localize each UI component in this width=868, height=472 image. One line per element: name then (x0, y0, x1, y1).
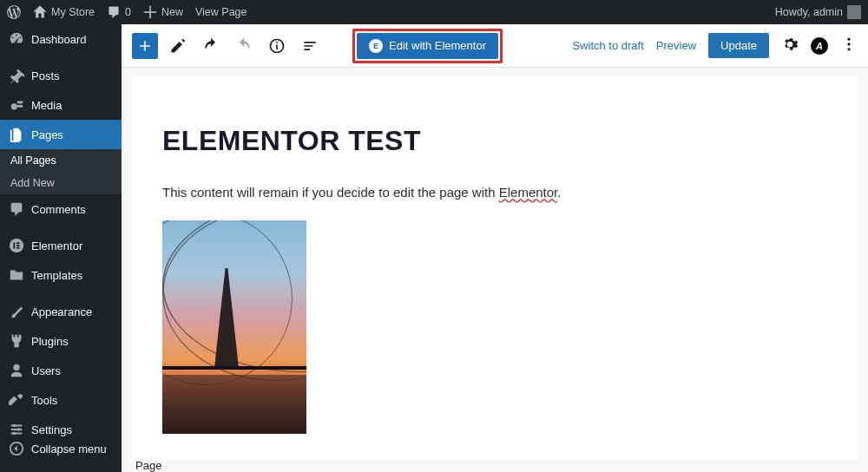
comment-icon (9, 201, 24, 217)
editor-toolbar: E Edit with Elementor Switch to draft Pr… (122, 24, 868, 68)
user-icon (9, 363, 24, 378)
folder-icon (9, 267, 24, 283)
svg-rect-4 (16, 245, 20, 246)
sidebar-item-plugins[interactable]: Plugins (0, 326, 122, 356)
editor-main: E Edit with Elementor Switch to draft Pr… (122, 24, 868, 472)
collapse-menu-button[interactable]: Collapse menu (0, 434, 122, 463)
more-options-button[interactable] (840, 36, 858, 56)
switch-to-draft-button[interactable]: Switch to draft (572, 39, 643, 52)
sidebar-item-label: Templates (31, 269, 82, 282)
brush-icon (9, 304, 24, 319)
sidebar-item-posts[interactable]: Posts (0, 61, 122, 90)
view-page-link[interactable]: View Page (195, 6, 247, 18)
info-button[interactable] (264, 33, 290, 59)
page-paragraph[interactable]: This content will remain if you decide t… (162, 185, 806, 200)
sidebar-item-tools[interactable]: Tools (0, 385, 122, 415)
pencil-icon (169, 37, 187, 55)
howdy-link[interactable]: Howdy, admin (775, 5, 861, 19)
editor-canvas[interactable]: ELEMENTOR TEST This content will remain … (132, 76, 858, 460)
undo-icon (202, 37, 220, 55)
redo-icon (235, 37, 253, 55)
outline-button[interactable] (297, 33, 323, 59)
astra-button[interactable]: A (811, 37, 828, 55)
more-vertical-icon (840, 36, 858, 53)
wp-admin-bar: My Store 0 New View Page Howdy, admin (0, 0, 868, 24)
svg-point-14 (847, 38, 850, 41)
edit-with-elementor-button[interactable]: E Edit with Elementor (357, 33, 498, 59)
elementor-circle-icon: E (369, 39, 383, 53)
svg-point-0 (11, 103, 17, 109)
sidebar-item-label: Users (31, 364, 61, 377)
wp-logo[interactable] (7, 5, 21, 19)
new-label: New (161, 6, 183, 18)
sidebar-item-pages[interactable]: Pages (0, 120, 122, 149)
sidebar-item-label: Plugins (31, 335, 69, 348)
new-content-link[interactable]: New (143, 5, 183, 19)
plus-icon (143, 5, 157, 19)
info-icon (268, 37, 286, 55)
svg-point-8 (17, 428, 21, 431)
sidebar-item-appearance[interactable]: Appearance (0, 297, 122, 326)
elementor-button-label: Edit with Elementor (389, 39, 486, 52)
howdy-label: Howdy, admin (775, 6, 843, 18)
adminbar-right: Howdy, admin (775, 5, 861, 19)
sidebar-item-label: Appearance (31, 305, 92, 318)
pages-icon (9, 127, 24, 142)
template-label: Page (132, 454, 165, 472)
undo-button[interactable] (198, 33, 224, 59)
dashboard-icon (9, 31, 24, 47)
home-icon (33, 5, 47, 19)
elementor-icon (9, 238, 24, 253)
sidebar-item-templates[interactable]: Templates (0, 260, 122, 290)
list-icon (301, 37, 319, 55)
redo-button[interactable] (231, 33, 257, 59)
paragraph-text-before: This content will remain if you decide t… (162, 185, 499, 200)
media-icon (9, 97, 24, 113)
wrench-icon (9, 392, 24, 408)
sidebar-item-dashboard[interactable]: Dashboard (0, 24, 122, 54)
site-name-link[interactable]: My Store (33, 5, 95, 19)
pages-submenu: All Pages Add New (0, 149, 122, 194)
svg-point-7 (13, 424, 16, 428)
svg-rect-5 (16, 247, 20, 249)
sidebar-item-comments[interactable]: Comments (0, 194, 122, 224)
preview-button[interactable]: Preview (656, 39, 696, 52)
admin-sidebar: Dashboard Posts Media Pages All Pages Ad… (0, 24, 122, 472)
sidebar-item-label: Posts (31, 69, 60, 82)
paragraph-link-text: Elementor (499, 185, 558, 200)
astra-icon: A (811, 37, 828, 55)
comments-link[interactable]: 0 (107, 5, 131, 19)
svg-point-6 (13, 364, 19, 370)
sidebar-item-media[interactable]: Media (0, 90, 122, 120)
sidebar-item-label: Comments (31, 203, 86, 216)
adminbar-left: My Store 0 New View Page (7, 5, 247, 19)
plus-icon (136, 37, 154, 55)
elementor-button-highlight: E Edit with Elementor (352, 29, 503, 63)
view-page-label: View Page (195, 6, 247, 18)
comments-count: 0 (125, 6, 131, 18)
svg-point-15 (847, 43, 850, 45)
pin-icon (9, 68, 24, 83)
edit-mode-button[interactable] (165, 33, 191, 59)
collapse-icon (9, 441, 24, 456)
sidebar-item-label: Collapse menu (31, 442, 107, 456)
svg-rect-13 (276, 42, 278, 43)
site-name-label: My Store (51, 6, 95, 18)
sidebar-item-users[interactable]: Users (0, 356, 122, 385)
svg-rect-3 (16, 242, 20, 244)
user-avatar-icon (847, 5, 861, 19)
add-block-button[interactable] (132, 33, 158, 59)
comment-icon (107, 5, 121, 19)
sidebar-subitem-all-pages[interactable]: All Pages (0, 149, 122, 172)
sidebar-item-elementor[interactable]: Elementor (0, 231, 122, 260)
update-button[interactable]: Update (708, 33, 769, 58)
svg-rect-2 (13, 242, 15, 248)
sidebar-subitem-add-new[interactable]: Add New (0, 172, 122, 194)
sidebar-item-label: Elementor (31, 239, 82, 252)
settings-button[interactable] (781, 36, 799, 56)
editor-body: ELEMENTOR TEST This content will remain … (122, 68, 868, 472)
toolbar-right: Switch to draft Preview Update A (572, 33, 858, 58)
image-block[interactable] (162, 220, 806, 434)
page-title[interactable]: ELEMENTOR TEST (162, 125, 806, 157)
sidebar-item-label: Tools (31, 394, 57, 407)
